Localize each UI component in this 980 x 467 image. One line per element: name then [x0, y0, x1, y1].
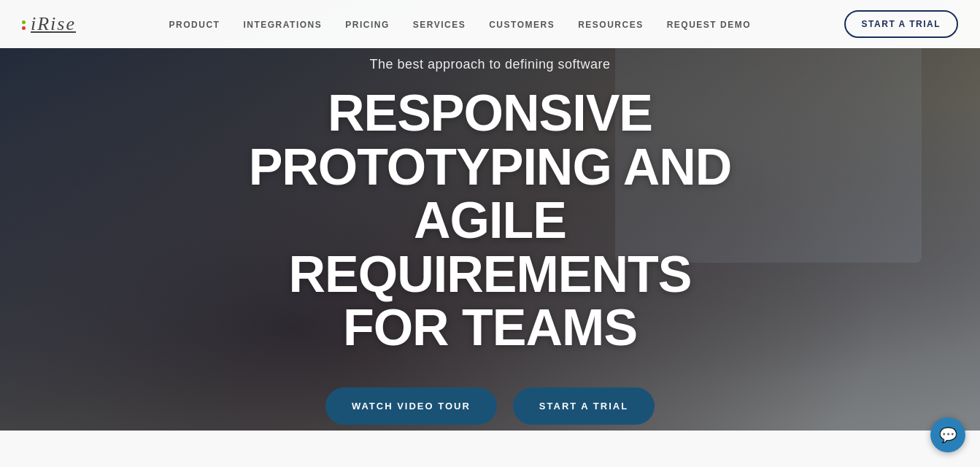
hero-title-line3: AGILE REQUIREMENTS	[289, 192, 692, 303]
hero-content: The best approach to defining software R…	[198, 57, 782, 425]
chat-icon: 💬	[939, 426, 957, 444]
logo-dot-green	[22, 20, 26, 24]
nav-resources[interactable]: RESOURCES	[578, 20, 644, 30]
nav-request-demo[interactable]: REQUEST DEMO	[667, 20, 751, 30]
chat-widget-button[interactable]: 💬	[930, 417, 965, 452]
hero-title-line4: FOR TEAMS	[343, 299, 637, 356]
navbar: iRise PRODUCT INTEGRATIONS PRICING SERVI…	[0, 0, 980, 48]
logo-dot-red	[22, 26, 26, 30]
hero-title: RESPONSIVE PROTOTYPING AND AGILE REQUIRE…	[213, 87, 768, 355]
hero-subtitle: The best approach to defining software	[213, 57, 768, 72]
hero-section: The best approach to defining software R…	[0, 0, 980, 467]
logo-text: iRise	[31, 13, 76, 35]
nav-customers[interactable]: CUSTOMERS	[489, 20, 555, 30]
hero-title-line2: PROTOTYPING AND	[249, 139, 732, 196]
start-trial-button[interactable]: START A TRIAL	[513, 387, 655, 425]
nav-product[interactable]: PRODUCT	[169, 20, 220, 30]
hero-title-line1: RESPONSIVE	[328, 85, 652, 142]
bottom-strip	[0, 431, 980, 467]
nav-pricing[interactable]: PRICING	[345, 20, 390, 30]
nav-integrations[interactable]: INTEGRATIONS	[243, 20, 322, 30]
hero-buttons: WATCH VIDEO TOUR START A TRIAL	[213, 387, 768, 425]
nav-links: PRODUCT INTEGRATIONS PRICING SERVICES CU…	[169, 18, 751, 31]
nav-services[interactable]: SERVICES	[413, 20, 466, 30]
nav-start-trial-button[interactable]: START A TRIAL	[844, 10, 958, 38]
watch-video-tour-button[interactable]: WATCH VIDEO TOUR	[325, 387, 497, 425]
logo[interactable]: iRise	[22, 13, 76, 35]
